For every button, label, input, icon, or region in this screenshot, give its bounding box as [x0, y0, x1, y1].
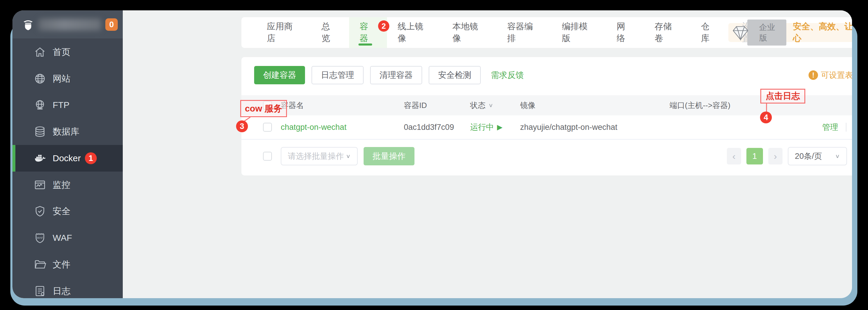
sidebar-item-logs[interactable]: 日志 [12, 278, 123, 298]
panel-logo-icon [21, 18, 35, 31]
sidebar-item-label: 安全 [53, 205, 70, 217]
sort-caret-icon: ∨ [489, 102, 493, 108]
batch-row: 请选择批量操作 ∨ 批量操作 ‹ 1 › 20条/页 ∨ 共 1 条 前往 [263, 147, 852, 166]
clean-container-button[interactable]: 清理容器 [370, 66, 422, 84]
col-header-status[interactable]: 状态∨ [470, 95, 493, 115]
sidebar-item-label: WAF [53, 233, 72, 243]
sidebar-item-label: FTP [53, 100, 69, 110]
tab-repositories[interactable]: 仓库 [690, 17, 728, 48]
batch-operation-select[interactable]: 请选择批量操作 ∨ [281, 147, 358, 165]
tab-local-images[interactable]: 本地镜像 [442, 17, 496, 48]
tab-overview[interactable]: 总览 [311, 17, 349, 48]
batch-operation-button[interactable]: 批量操作 [364, 147, 414, 165]
tab-online-images[interactable]: 线上镜像 [387, 17, 442, 48]
app-window: 0 首页 网站 FTP 数据库 Docker 1 [12, 10, 852, 298]
tab-app-store[interactable]: 应用商店 [256, 17, 311, 48]
home-icon [34, 46, 46, 58]
tutorial-step-3-badge: 3 [236, 120, 248, 132]
tab-compose-templates[interactable]: 编排模版 [551, 17, 606, 48]
tutorial-step-4-badge: 4 [760, 112, 772, 123]
main-area: 应用商店 总览 容器 2 线上镜像 本地镜像 容器编排 编排模版 网络 存储卷 … [123, 10, 852, 298]
notification-badge: 0 [105, 18, 118, 31]
play-icon: ▶ [497, 123, 502, 131]
tab-label: 容器编排 [507, 21, 540, 44]
database-icon [34, 125, 46, 138]
sidebar-item-security[interactable]: 安全 [12, 198, 123, 224]
toolbar: 创建容器 日志管理 清理容器 安全检测 需求反馈 ! 可设置表格列显示、隐藏 ⚙ [254, 66, 852, 85]
page-size-value: 20条/页 [795, 151, 822, 161]
create-container-button[interactable]: 创建容器 [254, 66, 305, 84]
tab-compose[interactable]: 容器编排 [496, 17, 551, 48]
shield-waf-icon: WAF [34, 231, 46, 244]
svg-text:WAF: WAF [37, 236, 43, 239]
docker-icon [34, 152, 46, 164]
active-tab-underline [359, 43, 372, 45]
chevron-down-icon: ∨ [835, 153, 840, 159]
tab-label: 总览 [321, 21, 338, 44]
tab-network[interactable]: 网络 [606, 17, 644, 48]
batch-select-placeholder: 请选择批量操作 [288, 151, 344, 161]
annotation-cow-service-box: cow 服务 [240, 100, 287, 117]
log-icon [34, 285, 46, 297]
globe-base-icon [34, 99, 46, 111]
sidebar-item-label: 文件 [53, 258, 70, 271]
sidebar-item-files[interactable]: 文件 [12, 251, 123, 278]
edition-chip: 企业版 [747, 20, 786, 45]
tab-label: 仓库 [701, 21, 718, 44]
shield-check-icon [34, 205, 46, 217]
next-page-button[interactable]: › [768, 148, 782, 164]
sidebar-item-ftp[interactable]: FTP [12, 92, 123, 118]
log-management-button[interactable]: 日志管理 [312, 66, 364, 84]
sidebar-item-label: 首页 [53, 46, 70, 58]
tutorial-step-1-badge: 1 [85, 152, 97, 164]
server-name-redacted [38, 19, 101, 30]
sidebar-item-website[interactable]: 网站 [12, 65, 123, 92]
feedback-link[interactable]: 需求反馈 [491, 69, 524, 81]
tab-label: 存储卷 [655, 21, 680, 44]
tabs-bar: 应用商店 总览 容器 2 线上镜像 本地镜像 容器编排 编排模版 网络 存储卷 … [241, 17, 852, 48]
monitor-icon [34, 179, 46, 191]
globe-icon [34, 72, 46, 85]
sidebar-item-monitor[interactable]: 监控 [12, 172, 123, 198]
annotation-click-logs-box: 点击日志 [760, 89, 805, 103]
sidebar-item-home[interactable]: 首页 [12, 39, 123, 65]
row-checkbox[interactable] [263, 123, 272, 132]
col-header-ports: 端口(主机-->容器) [670, 95, 731, 115]
container-image: zhayujie/chatgpt-on-wechat [520, 115, 617, 139]
tab-label: 编排模版 [562, 21, 595, 44]
page-size-select[interactable]: 20条/页 ∨ [788, 147, 847, 165]
sidebar-item-database[interactable]: 数据库 [12, 118, 123, 145]
sidebar-item-docker[interactable]: Docker 1 [12, 145, 123, 172]
status-running: 运行中▶ [470, 122, 502, 132]
enterprise-promo-pill: 设置 企业版 安全、高效、让您更安心 [728, 23, 852, 42]
promo-slogan: 安全、高效、让您更安心 [793, 21, 852, 44]
chevron-down-icon: ∨ [346, 153, 350, 159]
tab-label: 本地镜像 [452, 21, 486, 44]
manage-action[interactable]: 管理 [822, 122, 838, 132]
sidebar-item-label: 日志 [53, 285, 70, 297]
sidebar-item-label: Docker [53, 153, 81, 163]
prev-page-button[interactable]: ‹ [727, 148, 741, 164]
sidebar-item-waf[interactable]: WAF WAF [12, 224, 123, 251]
tab-label: 线上镜像 [398, 21, 431, 44]
tab-label: 容器 [360, 21, 377, 44]
folder-icon [34, 258, 46, 271]
container-name-link[interactable]: chatgpt-on-wechat [281, 123, 346, 132]
tab-label: 应用商店 [267, 21, 300, 44]
divider [846, 123, 846, 132]
col-header-image: 镜像 [520, 95, 535, 115]
tab-containers[interactable]: 容器 2 [349, 17, 387, 48]
tab-volumes[interactable]: 存储卷 [644, 17, 690, 48]
batch-checkbox[interactable] [263, 152, 272, 161]
sidebar-item-label: 数据库 [53, 126, 79, 138]
row-actions: 管理 日志 删除 更多∨ [822, 115, 852, 139]
sidebar-item-label: 网站 [53, 73, 70, 85]
security-check-button[interactable]: 安全检测 [429, 66, 481, 84]
tab-label: 网络 [617, 21, 633, 44]
diamond-icon [731, 23, 750, 42]
column-config-hint: ! 可设置表格列显示、隐藏 [809, 70, 852, 81]
screen: 0 首页 网站 FTP 数据库 Docker 1 [0, 0, 868, 310]
enterprise-promo: 设置 企业版 安全、高效、让您更安心 立即体验 [728, 23, 852, 42]
current-page-button[interactable]: 1 [746, 148, 763, 164]
pagination: ‹ 1 › 20条/页 ∨ 共 1 条 前往 页 [727, 147, 852, 165]
